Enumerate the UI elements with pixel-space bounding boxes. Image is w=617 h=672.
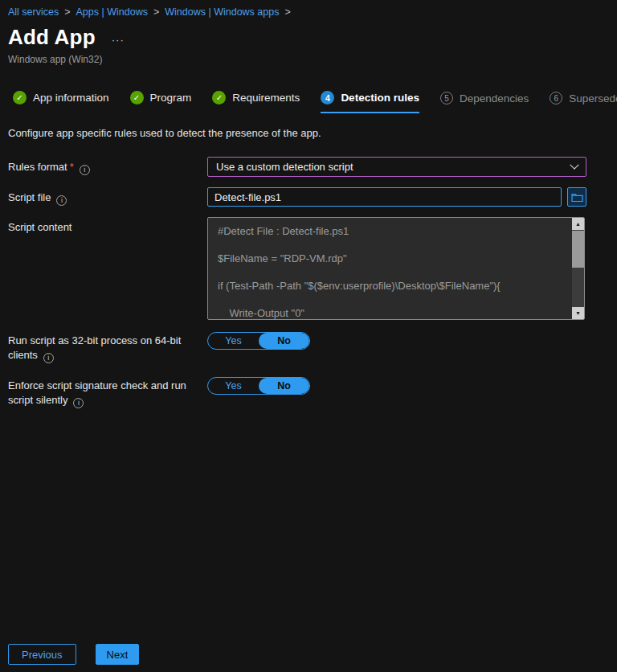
script-content-row: Script content #Detect File : Detect-fil… [8,217,617,320]
label-text: Script file [8,191,51,203]
info-icon[interactable]: i [73,398,84,408]
wizard-footer: Previous Next [8,644,139,665]
run-32bit-toggle-yes[interactable]: Yes [208,333,259,349]
info-icon[interactable]: i [56,195,67,206]
label-text: Script content [8,221,72,233]
breadcrumb-link-apps-windows[interactable]: Apps | Windows [76,6,148,18]
page-header: Add App ··· [8,25,617,50]
signature-check-row: Enforce script signature check and run s… [8,375,617,408]
breadcrumb-separator: > [64,6,70,18]
step-label: Requirements [232,92,300,104]
tab-description: Configure app specific rules used to det… [8,127,617,139]
info-icon[interactable]: i [80,165,90,175]
breadcrumb: All services>Apps | Windows>Windows | Wi… [0,0,617,18]
step-label: Program [150,92,192,104]
breadcrumb-separator: > [153,6,159,18]
previous-button[interactable]: Previous [8,644,76,665]
step-label: Supersedence [569,92,617,104]
step-label: App information [33,92,109,104]
step-label: Detection rules [341,92,419,104]
scrollbar-thumb[interactable] [572,231,584,268]
info-icon[interactable]: i [43,353,54,363]
step-number-badge: 5 [440,92,453,104]
script-content-label: Script content [8,217,207,235]
wizard-steps: ✓ App information ✓ Program ✓ Requiremen… [13,91,617,113]
step-label: Dependencies [460,92,529,104]
scroll-down-arrow-icon[interactable]: ▼ [572,307,584,319]
label-text: Rules format [8,161,67,173]
script-content-text: #Detect File : Detect-file.ps1 $FileName… [208,218,584,320]
step-supersedence[interactable]: 6 Supersedence [550,92,617,113]
folder-icon [571,192,583,203]
step-program[interactable]: ✓ Program [130,91,192,113]
rules-format-label: Rules format*i [8,157,207,174]
required-marker: * [70,161,74,173]
step-complete-check-icon: ✓ [212,91,226,104]
script-file-input[interactable] [207,187,562,207]
breadcrumb-link-windows-apps[interactable]: Windows | Windows apps [165,6,279,18]
more-options-ellipsis-icon[interactable]: ··· [112,34,125,46]
breadcrumb-link-all-services[interactable]: All services [8,6,59,18]
scrollbar[interactable]: ▲ ▼ [572,218,584,319]
run-32bit-label: Run script as 32-bit process on 64-bit c… [8,330,207,363]
label-text: Run script as 32-bit process on 64-bit c… [8,334,181,361]
signature-check-toggle-no[interactable]: No [259,378,309,394]
label-text: Enforce script signature check and run s… [8,379,186,406]
step-number-badge: 4 [321,91,334,104]
step-app-information[interactable]: ✓ App information [13,91,109,113]
rules-format-row: Rules format*i Use a custom detection sc… [8,157,617,177]
run-32bit-toggle-no[interactable]: No [259,333,309,349]
script-content-viewer[interactable]: #Detect File : Detect-file.ps1 $FileName… [207,217,585,320]
detection-rules-form: Rules format*i Use a custom detection sc… [8,157,617,408]
rules-format-dropdown[interactable]: Use a custom detection script [207,157,586,177]
run-32bit-toggle: Yes No [207,332,310,350]
scroll-up-arrow-icon[interactable]: ▲ [572,218,584,230]
step-requirements[interactable]: ✓ Requirements [212,91,300,113]
signature-check-toggle-yes[interactable]: Yes [208,378,259,394]
signature-check-toggle: Yes No [207,377,310,395]
page-subtitle: Windows app (Win32) [8,54,617,65]
rules-format-selected-value: Use a custom detection script [216,161,353,173]
signature-check-label: Enforce script signature check and run s… [8,375,207,408]
run-32bit-row: Run script as 32-bit process on 64-bit c… [8,330,617,363]
step-complete-check-icon: ✓ [130,91,144,104]
chevron-down-icon [570,160,578,169]
breadcrumb-separator: > [284,6,290,18]
next-button[interactable]: Next [96,644,140,665]
page-title: Add App [8,25,96,50]
script-file-row: Script filei [8,187,617,207]
script-file-label: Script filei [8,187,207,205]
step-dependencies[interactable]: 5 Dependencies [440,92,529,113]
step-number-badge: 6 [550,92,562,104]
browse-file-button[interactable] [567,187,586,207]
step-detection-rules[interactable]: 4 Detection rules [321,91,419,113]
step-complete-check-icon: ✓ [13,91,27,104]
